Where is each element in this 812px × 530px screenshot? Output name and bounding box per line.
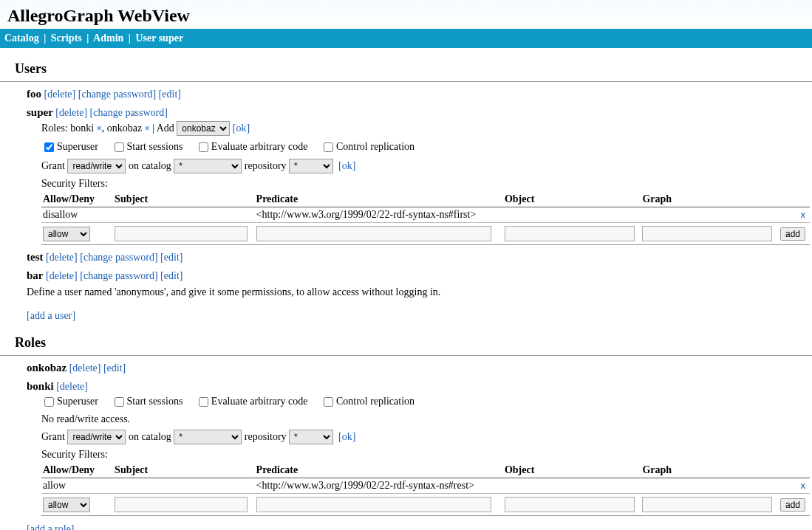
table-header-row: Allow/Deny Subject Predicate Object Grap… — [41, 463, 810, 478]
add-filter-button[interactable]: add — [780, 227, 805, 241]
user-name: test — [27, 251, 44, 263]
filter-allow-select[interactable]: allow — [43, 498, 90, 512]
add-role-select[interactable]: onkobaz — [177, 121, 230, 136]
cb-eval-code[interactable] — [199, 397, 208, 407]
filter-predicate-input[interactable] — [256, 497, 491, 512]
edit-link[interactable]: [edit] — [103, 362, 126, 374]
filter-predicate-value: <http://www.w3.org/1999/02/22-rdf-syntax… — [255, 478, 503, 494]
remove-role-icon[interactable]: × — [97, 123, 102, 134]
grant-rw-select[interactable]: read/write — [67, 159, 126, 173]
add-role-link[interactable]: [add a role] — [27, 523, 75, 530]
add-user-link[interactable]: [add a user] — [27, 310, 75, 321]
filter-allow-select[interactable]: allow — [43, 227, 90, 241]
edit-link[interactable]: [edit] — [160, 252, 182, 263]
filter-graph-input[interactable] — [642, 226, 772, 241]
cb-eval-code[interactable] — [199, 142, 208, 152]
role-row-bonki: bonki [delete] — [0, 374, 812, 393]
filter-object-input[interactable] — [505, 226, 635, 241]
role-name: bonki — [27, 380, 54, 392]
security-filters-table: Allow/Deny Subject Predicate Object Grap… — [41, 463, 810, 516]
delete-filter-icon[interactable]: x — [801, 209, 806, 220]
grant-rw-select[interactable]: read/write — [67, 430, 126, 444]
filter-predicate-input[interactable] — [256, 226, 491, 241]
cb-control-replication[interactable] — [324, 142, 333, 152]
grant-ok[interactable]: [ok] — [338, 431, 355, 442]
cb-start-sessions[interactable] — [115, 142, 124, 152]
filter-data-row: disallow <http://www.w3.org/1999/02/22-r… — [41, 207, 810, 223]
grant-catalog-select[interactable]: * — [174, 430, 242, 444]
roles-row: Roles: bonki ×, onkobaz × | Add onkobaz … — [41, 119, 812, 138]
user-name: bar — [27, 269, 44, 281]
roles-heading: Roles — [0, 322, 812, 354]
user-name: super — [27, 106, 53, 118]
delete-link[interactable]: [delete] — [46, 270, 78, 281]
cb-start-sessions[interactable] — [115, 397, 124, 407]
delete-link[interactable]: [delete] — [69, 362, 101, 374]
cb-superuser[interactable] — [44, 142, 54, 152]
security-filters-label: Security Filters: — [41, 176, 812, 192]
user-row-bar: bar [delete] [change password] [edit] — [0, 264, 812, 282]
nav-catalog[interactable]: Catalog — [4, 32, 39, 44]
role-row-onkobaz: onkobaz [delete] [edit] — [0, 356, 812, 374]
grant-row: Grant read/write on catalog * repository… — [41, 156, 812, 176]
nav-scripts[interactable]: Scripts — [51, 32, 82, 44]
delete-link[interactable]: [delete] — [55, 107, 87, 118]
users-heading: Users — [0, 48, 812, 80]
col-subject: Subject — [113, 463, 255, 478]
filter-data-row: allow <http://www.w3.org/1999/02/22-rdf-… — [41, 478, 810, 494]
user-name: foo — [27, 88, 41, 100]
user-super-detail: Roles: bonki ×, onkobaz × | Add onkobaz … — [0, 119, 812, 245]
filter-allow-value: allow — [41, 478, 113, 494]
col-object: Object — [503, 463, 641, 478]
col-subject: Subject — [113, 192, 255, 207]
filter-graph-input[interactable] — [642, 497, 772, 512]
cb-superuser[interactable] — [44, 397, 54, 407]
user-row-foo: foo [delete] [change password] [edit] — [0, 82, 812, 100]
role-name: onkobaz — [27, 362, 66, 374]
change-password-link[interactable]: [change password] — [78, 89, 156, 100]
change-password-link[interactable]: [change password] — [80, 252, 157, 263]
filter-input-row: allow add — [41, 494, 810, 516]
nav-admin[interactable]: Admin — [93, 32, 123, 44]
delete-link[interactable]: [delete] — [44, 89, 76, 100]
filter-input-row: allow add — [41, 223, 810, 245]
col-allow-deny: Allow/Deny — [41, 463, 113, 478]
add-filter-button[interactable]: add — [780, 498, 805, 512]
table-header-row: Allow/Deny Subject Predicate Object Grap… — [41, 192, 810, 207]
grant-repo-select[interactable]: * — [289, 159, 333, 173]
col-object: Object — [503, 192, 641, 207]
col-predicate: Predicate — [255, 463, 503, 478]
change-password-link[interactable]: [change password] — [90, 107, 168, 118]
security-filters-label: Security Filters: — [41, 447, 812, 463]
no-rw-note: No read/write access. — [41, 411, 812, 427]
delete-link[interactable]: [delete] — [46, 252, 78, 263]
delete-link[interactable]: [delete] — [56, 381, 88, 392]
filter-subject-input[interactable] — [115, 497, 248, 512]
grant-row: Grant read/write on catalog * repository… — [41, 427, 812, 447]
permissions-row: Superuser Start sessions Evaluate arbitr… — [41, 138, 812, 156]
col-predicate: Predicate — [255, 192, 503, 207]
edit-link[interactable]: [edit] — [159, 89, 181, 100]
filter-predicate-value: <http://www.w3.org/1999/02/22-rdf-syntax… — [255, 207, 503, 223]
filter-subject-input[interactable] — [115, 226, 248, 241]
grant-catalog-select[interactable]: * — [174, 159, 242, 173]
nav-user[interactable]: User super — [135, 32, 183, 44]
security-filters-table: Allow/Deny Subject Predicate Object Grap… — [41, 192, 810, 245]
remove-role-icon[interactable]: × — [145, 123, 150, 134]
page-title: AllegroGraph WebView — [0, 0, 812, 29]
grant-repo-select[interactable]: * — [289, 430, 333, 444]
change-password-link[interactable]: [change password] — [80, 270, 157, 281]
cb-control-replication[interactable] — [324, 397, 333, 407]
edit-link[interactable]: [edit] — [160, 270, 182, 281]
col-allow-deny: Allow/Deny — [41, 192, 113, 207]
user-row-test: test [delete] [change password] [edit] — [0, 245, 812, 264]
filter-allow-value: disallow — [41, 207, 113, 223]
anonymous-note: Define a user named 'anonymous', and giv… — [0, 282, 812, 306]
add-role-ok[interactable]: [ok] — [233, 123, 250, 134]
delete-filter-icon[interactable]: x — [801, 480, 806, 491]
role-bonki-detail: Superuser Start sessions Evaluate arbitr… — [0, 393, 812, 516]
permissions-row: Superuser Start sessions Evaluate arbitr… — [41, 393, 812, 411]
filter-object-input[interactable] — [505, 497, 635, 512]
grant-ok[interactable]: [ok] — [338, 160, 355, 171]
nav-bar: Catalog | Scripts | Admin | User super — [0, 29, 812, 48]
